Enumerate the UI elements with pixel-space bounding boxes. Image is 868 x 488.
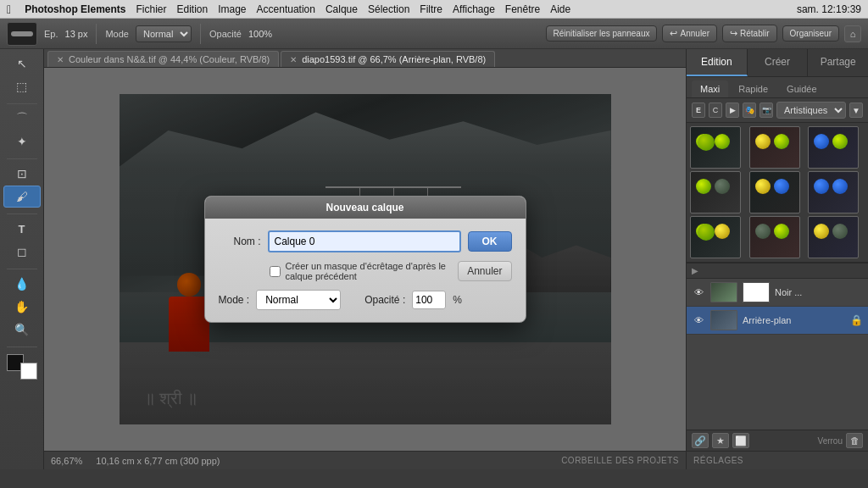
menu-fichier[interactable]: Fichier	[136, 3, 166, 15]
redo-btn[interactable]: ↪ Rétablir	[722, 25, 777, 42]
type-tool[interactable]: T	[3, 218, 41, 240]
right-panel: Edition Créer Partage Maxi Rapide Guidée…	[686, 49, 868, 469]
effects-tab-btn[interactable]: E	[692, 103, 705, 118]
canvas-area: ✕ Couleur dans N&&.tif @ 44,4% (Couleur,…	[44, 49, 686, 469]
menu-edition[interactable]: Edition	[176, 3, 208, 15]
organizer-btn[interactable]: Organiseur	[782, 25, 839, 42]
layer-style-btn[interactable]: ★	[712, 433, 729, 448]
layer-visibility-noir[interactable]: 👁	[692, 286, 705, 299]
effect-thumb-2[interactable]	[749, 126, 800, 169]
undo-btn[interactable]: ↩ Annuler	[662, 25, 717, 42]
layer-name-noir: Noir ...	[775, 287, 863, 297]
apple-menu[interactable]: 	[7, 3, 11, 16]
main-content: ↖ ⬚ ⌒ ✦ ⊡ 🖌 T ◻ 💧 ✋ 🔍	[0, 49, 868, 469]
brush-size-label: Ep.	[44, 29, 58, 39]
lock-icon: 🔒	[850, 314, 863, 326]
effect-thumb-3[interactable]	[808, 126, 859, 169]
doc-tab-2[interactable]: ✕ diapo1593.tif @ 66,7% (Arrière-plan, R…	[281, 51, 495, 67]
dialog-checkbox-row: Créer un masque d'écrêtage d'après le ca…	[270, 261, 512, 281]
menu-selection[interactable]: Sélection	[368, 3, 409, 15]
subtab-maxi[interactable]: Maxi	[692, 80, 728, 97]
close-icon-1[interactable]: ✕	[57, 55, 64, 64]
main-toolbar: Ep. 13 px Mode Normal Opacité 100% Réini…	[0, 19, 868, 49]
home-icon[interactable]: ⌂	[844, 25, 861, 42]
tab-partage[interactable]: Partage	[808, 49, 868, 76]
tab-edition[interactable]: Edition	[687, 49, 748, 76]
brush-size-value[interactable]: 13 px	[65, 29, 88, 39]
dialog-body: Nom : OK Créer un masque d'écrêtage d'ap…	[205, 219, 526, 322]
opacity-label: Opacité	[209, 29, 242, 39]
reset-panels-btn[interactable]: Réinitialiser les panneaux	[546, 25, 658, 42]
menu-image[interactable]: Image	[218, 3, 246, 15]
opacity-value[interactable]: 100%	[248, 29, 272, 39]
magic-wand-tool[interactable]: ✦	[3, 130, 41, 152]
background-color[interactable]	[20, 363, 37, 380]
menu-accentuation[interactable]: Accentuation	[257, 3, 315, 15]
tab-creer[interactable]: Créer	[748, 49, 809, 76]
menu-affichage[interactable]: Affichage	[453, 3, 495, 15]
dialog-ok-btn[interactable]: OK	[468, 231, 512, 252]
effect-thumb-6[interactable]	[808, 171, 859, 214]
eyedropper-tool[interactable]: 💧	[3, 273, 41, 295]
dialog-clipping-checkbox[interactable]	[270, 266, 281, 277]
marquee-tool[interactable]: ⬚	[3, 75, 41, 97]
dialog-cancel-btn[interactable]: Annuler	[458, 261, 511, 281]
reglages-label: RÉGLAGES	[693, 456, 743, 465]
effect-thumb-8[interactable]	[749, 216, 800, 258]
effects-category-select[interactable]: Artistiques	[776, 102, 846, 119]
separator1	[96, 24, 97, 44]
doc-tab-1[interactable]: ✕ Couleur dans N&&.tif @ 44,4% (Couleur,…	[47, 51, 279, 67]
effects-icon2[interactable]: ▶	[726, 103, 739, 118]
hand-tool[interactable]: ✋	[3, 296, 41, 318]
effect-thumb-7[interactable]	[690, 216, 741, 258]
brush-preview	[7, 22, 37, 46]
divider2	[7, 158, 37, 159]
menu-aide[interactable]: Aide	[550, 3, 570, 15]
close-icon-2[interactable]: ✕	[290, 55, 297, 64]
dialog-mode-row: Mode : Normal Opacité : %	[219, 290, 512, 310]
effects-grid	[687, 123, 868, 262]
layers-section: ▶ 👁 Noir ... 👁 Arrière-plan 🔒	[687, 262, 868, 430]
menu-fenetre[interactable]: Fenêtre	[505, 3, 540, 15]
dialog-mode-label: Mode :	[219, 294, 250, 306]
brush-tool[interactable]: 🖌	[3, 186, 41, 208]
link-layers-btn[interactable]: 🔗	[692, 433, 709, 448]
effects-icon3[interactable]: 🎭	[743, 103, 756, 118]
lasso-tool[interactable]: ⌒	[3, 108, 41, 130]
document-tabs: ✕ Couleur dans N&&.tif @ 44,4% (Couleur,…	[44, 49, 686, 68]
dialog-opacity-input[interactable]	[412, 291, 446, 309]
subtab-guidee[interactable]: Guidée	[778, 80, 825, 97]
menu-calque[interactable]: Calque	[326, 3, 358, 15]
dialog-mode-select[interactable]: Normal	[256, 290, 341, 310]
selection-tools: ↖ ⬚	[3, 53, 41, 97]
effect-thumb-1[interactable]	[690, 126, 741, 169]
mode-select[interactable]: Normal	[136, 25, 192, 42]
divider5	[7, 347, 37, 347]
panel-tabs: Edition Créer Partage	[687, 49, 868, 77]
layer-thumb-arriere	[710, 310, 737, 330]
effect-thumb-4[interactable]	[690, 171, 741, 214]
menubar:  Photoshop Elements Fichier Edition Ima…	[0, 0, 868, 19]
move-tool[interactable]: ↖	[3, 53, 41, 75]
effects-icon4[interactable]: 📷	[760, 103, 773, 118]
zoom-tool[interactable]: 🔍	[3, 319, 41, 341]
effects-collapse-btn[interactable]: ▼	[849, 103, 863, 118]
layer-visibility-arriere[interactable]: 👁	[692, 313, 705, 327]
menu-filtre[interactable]: Filtre	[420, 3, 442, 15]
effect-thumb-9[interactable]	[808, 216, 859, 258]
shape-tool[interactable]: ◻	[3, 241, 41, 263]
app-name: Photoshop Elements	[25, 3, 125, 15]
delete-layer-btn[interactable]: 🗑	[846, 433, 863, 448]
layer-name-arriere: Arrière-plan	[743, 315, 845, 325]
photo-canvas[interactable]: ॥ श्री ॥ Nouveau calque Nom : OK	[120, 94, 611, 424]
crop-tools: ⊡ 🖌	[3, 163, 41, 208]
add-mask-btn[interactable]: ⬜	[732, 433, 749, 448]
panel-subtabs: Maxi Rapide Guidée	[687, 77, 868, 98]
contenu-tab-btn[interactable]: C	[709, 103, 722, 118]
crop-tool[interactable]: ⊡	[3, 163, 41, 185]
subtab-rapide[interactable]: Rapide	[730, 80, 776, 97]
effect-thumb-5[interactable]	[749, 171, 800, 214]
dialog-name-input[interactable]	[268, 230, 461, 252]
layer-row-noir[interactable]: 👁 Noir ...	[687, 279, 868, 307]
layer-row-arriere-plan[interactable]: 👁 Arrière-plan 🔒	[687, 307, 868, 335]
